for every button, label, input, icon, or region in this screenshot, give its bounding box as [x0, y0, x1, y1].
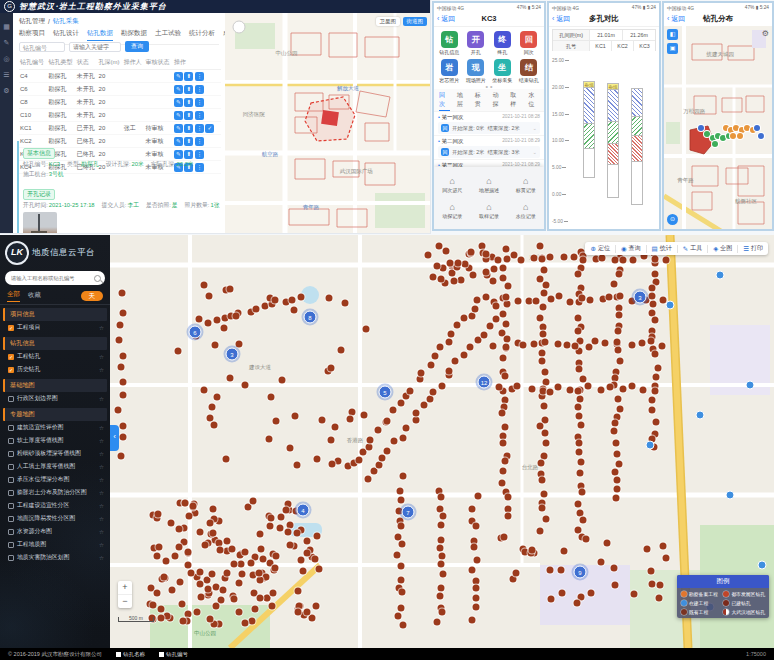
borehole-log-KC3[interactable] — [631, 88, 643, 205]
borehole-dot[interactable] — [467, 343, 474, 350]
favorite-star-icon[interactable]: ☆ — [99, 367, 104, 373]
borehole-dot[interactable] — [614, 328, 621, 335]
borehole-dot[interactable] — [212, 583, 219, 590]
borehole-dot[interactable] — [271, 296, 278, 303]
borehole-dot[interactable] — [539, 388, 546, 395]
borehole-dot[interactable] — [120, 422, 127, 429]
borehole-marker[interactable] — [758, 133, 764, 139]
sky-map-toggle[interactable]: 天 — [81, 291, 104, 301]
borehole-dot[interactable] — [504, 335, 511, 342]
layer-checkbox[interactable] — [8, 464, 14, 470]
borehole-dot[interactable] — [396, 488, 403, 495]
borehole-dot[interactable] — [233, 313, 240, 320]
borehole-dot[interactable] — [175, 525, 182, 532]
borehole-dot[interactable] — [413, 416, 420, 423]
borehole-dot[interactable] — [483, 251, 490, 258]
toggle-borehole-name[interactable]: 钻孔名称 — [116, 651, 145, 658]
borehole-dot[interactable] — [540, 267, 547, 274]
borehole-dot[interactable] — [617, 357, 624, 364]
borehole-dot[interactable] — [433, 619, 440, 626]
borehole-dot[interactable] — [237, 561, 244, 568]
app-回次[interactable]: 回回次 — [516, 31, 543, 55]
borehole-dot[interactable] — [214, 393, 221, 400]
borehole-dot[interactable] — [279, 376, 286, 383]
borehole-dot[interactable] — [224, 537, 231, 544]
chevron-down-icon[interactable]: ⌄ — [533, 125, 537, 131]
borehole-dot[interactable] — [207, 615, 214, 622]
borehole-dot[interactable] — [119, 379, 126, 386]
borehole-dot[interactable] — [391, 438, 398, 445]
layer-checkbox[interactable] — [8, 396, 14, 402]
borehole-dot[interactable] — [505, 513, 512, 520]
borehole-dot[interactable] — [439, 553, 446, 560]
borehole-dot[interactable] — [437, 561, 444, 568]
borehole-dot[interactable] — [564, 341, 571, 348]
borehole-dot[interactable] — [498, 410, 505, 417]
borehole-dot[interactable] — [398, 540, 405, 547]
row-action-button[interactable]: ✎ — [174, 111, 183, 120]
tab-取样[interactable]: 取样 — [510, 91, 521, 111]
cluster-marker[interactable]: 6 — [189, 326, 202, 339]
map-layer-street-button[interactable]: 街道图 — [403, 17, 428, 26]
borehole-dot[interactable] — [575, 413, 582, 420]
borehole-dot[interactable] — [481, 331, 488, 338]
borehole-dot[interactable] — [543, 379, 550, 386]
layer-checkbox[interactable] — [8, 425, 14, 431]
borehole-dot[interactable] — [437, 593, 444, 600]
borehole-dot[interactable] — [300, 567, 307, 574]
borehole-dot[interactable] — [655, 594, 662, 601]
poi-marker[interactable] — [726, 491, 735, 500]
borehole-dot[interactable] — [115, 336, 122, 343]
borehole-dot[interactable] — [474, 336, 481, 343]
borehole-dot[interactable] — [473, 557, 480, 564]
borehole-dot[interactable] — [211, 422, 218, 429]
borehole-dot[interactable] — [495, 257, 502, 264]
app-开孔[interactable]: 开开孔 — [463, 31, 490, 55]
layer-item[interactable]: 人工填土厚度等值线图☆ — [0, 460, 110, 473]
borehole-dot[interactable] — [257, 531, 264, 538]
borehole-dot[interactable] — [294, 609, 301, 616]
borehole-dot[interactable] — [403, 425, 410, 432]
borehole-dot[interactable] — [207, 519, 214, 526]
borehole-dot[interactable] — [662, 554, 669, 561]
borehole-dot[interactable] — [219, 586, 226, 593]
borehole-dot[interactable] — [394, 533, 401, 540]
borehole-dot[interactable] — [437, 275, 444, 282]
cluster-marker[interactable]: 5 — [379, 386, 392, 399]
borehole-dot[interactable] — [206, 292, 213, 299]
borehole-dot[interactable] — [489, 278, 496, 285]
borehole-dot[interactable] — [542, 368, 549, 375]
tab-水位[interactable]: 水位 — [528, 91, 539, 111]
rail-icon[interactable]: ◎ — [3, 55, 9, 62]
borehole-dot[interactable] — [543, 439, 550, 446]
borehole-dot[interactable] — [537, 275, 544, 282]
borehole-dot[interactable] — [579, 257, 586, 264]
borehole-dot[interactable] — [193, 608, 200, 615]
tab-地层[interactable]: 地层 — [457, 91, 468, 111]
tab-钻孔数据[interactable]: 钻孔数据 — [87, 29, 113, 41]
borehole-dot[interactable] — [291, 413, 298, 420]
borehole-dot[interactable] — [157, 606, 164, 613]
borehole-dot[interactable] — [261, 302, 268, 309]
borehole-dot[interactable] — [615, 270, 622, 277]
borehole-dot[interactable] — [400, 472, 407, 479]
borehole-dot[interactable] — [176, 543, 183, 550]
borehole-dot[interactable] — [326, 294, 333, 301]
hole-id[interactable]: KC2 — [612, 41, 634, 51]
borehole-dot[interactable] — [653, 374, 660, 381]
borehole-dot[interactable] — [531, 255, 538, 262]
borehole-dot[interactable] — [179, 601, 186, 608]
borehole-dot[interactable] — [540, 304, 547, 311]
borehole-dot[interactable] — [547, 253, 554, 260]
borehole-dot[interactable] — [613, 339, 620, 346]
row-action-button[interactable]: ⋮ — [195, 85, 204, 94]
layer-checkbox[interactable] — [8, 542, 14, 548]
borehole-dot[interactable] — [287, 541, 294, 548]
borehole-dot[interactable] — [499, 440, 506, 447]
borehole-dot[interactable] — [244, 504, 251, 511]
row-action-button[interactable]: ✎ — [174, 98, 183, 107]
layer-item[interactable]: 建筑适宜性评价图☆ — [0, 421, 110, 434]
borehole-dot[interactable] — [175, 348, 182, 355]
borehole-dot[interactable] — [539, 504, 546, 511]
borehole-dot[interactable] — [498, 329, 505, 336]
